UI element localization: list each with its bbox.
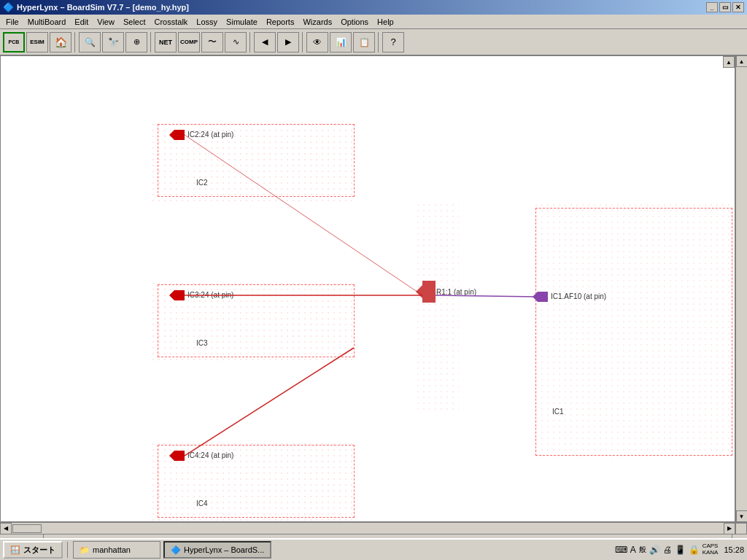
- ic3-label: IC3: [196, 339, 208, 347]
- ic4-pin-marker: [174, 451, 185, 461]
- toolbar-sep3: [249, 32, 251, 52]
- menu-crosstalk[interactable]: Crosstalk: [150, 16, 193, 28]
- pcb-btn[interactable]: PCB: [3, 32, 25, 52]
- menu-simulate[interactable]: Simulate: [222, 16, 262, 28]
- taskbar: 🪟 スタート 📁 manhattan 🔷 HyperLynx – BoardS.…: [0, 538, 747, 560]
- speaker-icon: 🔊: [649, 545, 660, 555]
- scroll-corner: [735, 523, 747, 534]
- keyboard-icon: ⌨: [615, 545, 627, 555]
- svg-line-0: [185, 348, 354, 456]
- taskbar-manhattan[interactable]: 📁 manhattan: [73, 541, 160, 559]
- title-bar-controls[interactable]: _ ▭ ✕: [706, 2, 744, 12]
- toolbar-sep2: [150, 32, 152, 52]
- taskbar-hyperlynx-label: HyperLynx – BoardS...: [184, 545, 264, 554]
- menu-file[interactable]: File: [1, 16, 23, 28]
- printer-icon: 🖨: [663, 545, 672, 555]
- menu-multiboard[interactable]: MultiBoard: [23, 16, 71, 28]
- menu-reports[interactable]: Reports: [262, 16, 299, 28]
- taskbar-sep: [67, 542, 69, 558]
- ic3-pin-label: IC3:24 (at pin): [187, 291, 233, 299]
- scroll-top-btn[interactable]: ▲: [723, 56, 735, 68]
- r1-pin-label: R1:1 (at pin): [436, 288, 476, 296]
- taskbar-manhattan-label: manhattan: [93, 545, 131, 554]
- ic1-pin-label: IC1.AF10 (at pin): [551, 292, 606, 300]
- scrollbar-horiz[interactable]: ◀ ▶: [0, 522, 747, 534]
- chart-btn[interactable]: 📊: [330, 32, 352, 52]
- folder-icon: 📁: [80, 545, 90, 555]
- zoom-select-btn[interactable]: ⊕: [125, 32, 147, 52]
- toolbar: PCB ESIM 🏠 🔍 🔭 ⊕ NET COMP 〜 ∿ ◀ ▶ 👁 📊 📋 …: [0, 29, 747, 55]
- start-label: スタート: [23, 545, 55, 556]
- toolbar-sep1: [74, 32, 76, 52]
- toolbar-sep5: [378, 32, 379, 52]
- fwd-btn[interactable]: ▶: [277, 32, 299, 52]
- sch-btn[interactable]: 🏠: [50, 32, 71, 52]
- help-btn[interactable]: ?: [382, 32, 404, 52]
- menu-select[interactable]: Select: [119, 16, 150, 28]
- menu-bar: File MultiBoard Edit View Select Crossta…: [0, 15, 747, 29]
- main-area: ▲ IC2:24 (at pin) IC2 IC3:24 (at pin) IC: [0, 55, 747, 522]
- clock: 15:28: [721, 545, 744, 554]
- ime-gen-icon: 般: [639, 545, 646, 555]
- scrollbar-right[interactable]: ▲ ▼: [735, 55, 747, 522]
- minimize-btn[interactable]: _: [706, 2, 718, 12]
- ic1-box: [535, 208, 732, 456]
- zoom-region-btn[interactable]: 🔍: [79, 32, 101, 52]
- close-btn[interactable]: ✕: [732, 2, 744, 12]
- start-button[interactable]: 🪟 スタート: [3, 541, 63, 559]
- menu-view[interactable]: View: [93, 16, 119, 28]
- menu-edit[interactable]: Edit: [70, 16, 93, 28]
- restore-btn[interactable]: ▭: [719, 2, 731, 12]
- app-icon: 🔷: [3, 2, 14, 12]
- back-btn[interactable]: ◀: [254, 32, 276, 52]
- menu-lossy[interactable]: Lossy: [192, 16, 222, 28]
- menu-wizards[interactable]: Wizards: [298, 16, 336, 28]
- signal-btn[interactable]: ∿: [225, 32, 247, 52]
- canvas-area[interactable]: ▲ IC2:24 (at pin) IC2 IC3:24 (at pin) IC: [0, 55, 735, 522]
- menu-help[interactable]: Help: [373, 16, 398, 28]
- scroll-up-btn[interactable]: ▲: [736, 55, 748, 67]
- ic1-dotted-bg: [415, 202, 459, 413]
- scroll-down-btn[interactable]: ▼: [736, 510, 748, 522]
- zoom-fit-btn[interactable]: 🔭: [102, 32, 124, 52]
- ic4-pin-label: IC4:24 (at pin): [187, 451, 233, 459]
- esim-btn[interactable]: ESIM: [26, 32, 48, 52]
- ic2-pin-label: IC2:24 (at pin): [187, 131, 233, 139]
- sync-icon: 📱: [675, 545, 686, 555]
- eye-btn[interactable]: 👁: [306, 32, 328, 52]
- menu-options[interactable]: Options: [336, 16, 373, 28]
- start-icon: 🪟: [10, 545, 20, 555]
- caps-kana-indicator: CAPSKANA: [703, 543, 719, 556]
- app-icon: 🔷: [171, 545, 181, 555]
- title-bar-left: 🔷 HyperLynx – BoardSim V7.7 – [demo_hy.h…: [3, 2, 189, 12]
- window-title: HyperLynx – BoardSim V7.7 – [demo_hy.hyp…: [17, 3, 189, 12]
- scroll-track-horiz: [12, 524, 724, 534]
- ic2-pin-marker: [174, 130, 185, 140]
- ic4-label: IC4: [196, 499, 208, 508]
- ic3-pin-marker: [174, 290, 185, 300]
- toolbar-sep4: [302, 32, 303, 52]
- scroll-right-btn[interactable]: ▶: [724, 523, 735, 534]
- taskbar-tray: ⌨ A 般 🔊 🖨 📱 🔒 CAPSKANA 15:28: [615, 543, 744, 556]
- taskbar-hyperlynx[interactable]: 🔷 HyperLynx – BoardS...: [163, 541, 271, 559]
- wave-btn[interactable]: 〜: [201, 32, 223, 52]
- scroll-thumb-horiz[interactable]: [12, 524, 42, 533]
- ic1-label: IC1: [552, 408, 564, 416]
- ime-a-icon: A: [630, 545, 636, 555]
- lock-icon: 🔒: [689, 545, 700, 555]
- ic2-label: IC2: [196, 179, 208, 187]
- title-bar: 🔷 HyperLynx – BoardSim V7.7 – [demo_hy.h…: [0, 0, 747, 15]
- comp-btn[interactable]: COMP: [178, 32, 200, 52]
- ic1-pin-marker: [538, 292, 548, 302]
- scroll-left-btn[interactable]: ◀: [0, 523, 12, 534]
- r1-component: [422, 281, 436, 303]
- net-btn[interactable]: NET: [155, 32, 177, 52]
- list-btn[interactable]: 📋: [353, 32, 375, 52]
